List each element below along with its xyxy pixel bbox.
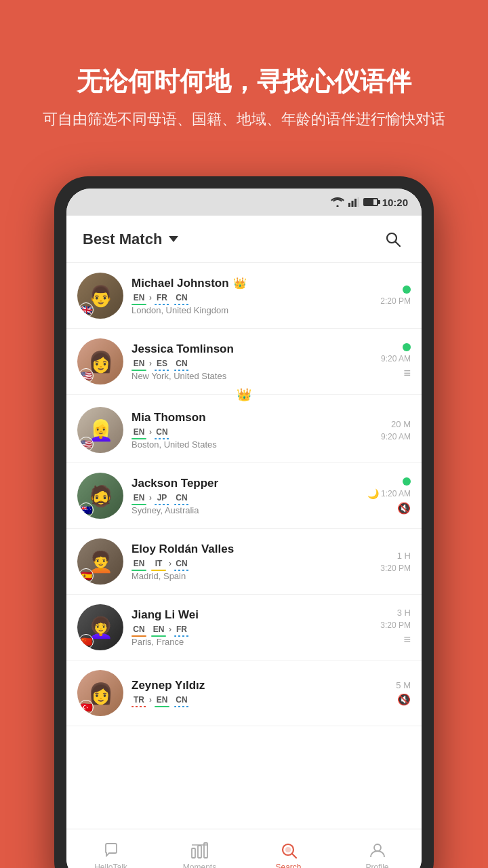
profile-icon (368, 841, 387, 860)
menu-icon: ≡ (403, 366, 411, 380)
mute-icon: 🔇 (397, 502, 411, 515)
moments-icon (190, 841, 209, 860)
user-info: Jiang Li Wei CN EN › FR Paris, France (123, 608, 380, 647)
svg-rect-3 (357, 197, 359, 207)
user-location: New York, United States (131, 371, 373, 381)
list-item[interactable]: 🧑‍🦱 🇪🇸 Eloy Roldán Valles EN IT › CN Mad… (66, 529, 422, 595)
time-ago: 3 H (397, 608, 411, 618)
user-location: Boston, United States (131, 439, 373, 450)
svg-rect-6 (192, 848, 195, 858)
flag-badge: 🇹🇷 (79, 700, 94, 715)
hellotalk-icon (102, 841, 121, 860)
moon-icon: 🌙 (367, 488, 379, 499)
search-nav-icon (279, 841, 298, 860)
user-info: Jackson Tepper EN › JP CN Sydney, Austra… (123, 477, 367, 515)
bottom-nav: HelloTalk Moments (66, 829, 422, 868)
message-time: 2:20 PM (380, 296, 411, 306)
flag-badge: 🇪🇸 (79, 568, 94, 583)
header-title-group[interactable]: Best Match (83, 231, 178, 248)
user-list: 👨 🇬🇧 Michael Johnston 👑 EN › FR CN Londo… (66, 263, 422, 829)
user-location: Sydney, Australia (131, 505, 359, 515)
avatar: 👩‍🦱 🇨🇳 (77, 604, 123, 650)
user-meta: 2:20 PM (380, 285, 411, 306)
online-indicator (403, 285, 411, 294)
svg-rect-0 (348, 203, 350, 207)
dropdown-arrow-icon (169, 236, 178, 242)
nav-label-search: Search (275, 863, 301, 869)
online-indicator (403, 343, 411, 351)
message-time: 3:20 PM (380, 564, 411, 573)
user-info: Zeynep Yıldız TR › EN CN (123, 679, 396, 707)
svg-point-12 (285, 847, 291, 852)
user-location: Paris, France (131, 637, 372, 647)
user-name: Jiang Li Wei (131, 608, 199, 622)
user-location: Madrid, Spain (131, 571, 372, 581)
phone-frame: 10:20 Best Match 👨 🇬🇧 (54, 176, 434, 868)
battery-icon (363, 198, 378, 206)
mute-icon: 🔇 (397, 693, 411, 706)
user-name: Eloy Roldán Valles (131, 542, 234, 556)
banner-title: 无论何时何地，寻找心仪语伴 (77, 66, 411, 98)
nav-label-moments: Moments (183, 863, 216, 869)
user-info: Jessica Tomlinson EN › ES CN New York, U… (123, 342, 381, 381)
user-name: Zeynep Yıldız (131, 679, 205, 692)
nav-item-hellotalk[interactable]: HelloTalk (66, 841, 155, 869)
message-time: 9:20 AM (381, 354, 411, 363)
nav-label-hellotalk: HelloTalk (94, 863, 127, 869)
svg-point-13 (374, 844, 381, 851)
avatar: 👩 🇺🇸 (77, 338, 123, 384)
user-info: Eloy Roldán Valles EN IT › CN Madrid, Sp… (123, 542, 380, 581)
user-name: Jackson Tepper (131, 477, 218, 490)
wifi-icon (331, 197, 344, 207)
crown-icon: 👑 (233, 277, 247, 290)
svg-line-11 (292, 854, 296, 858)
user-meta: 🌙 1:20 AM 🔇 (367, 477, 411, 515)
status-time: 10:20 (382, 197, 408, 208)
list-item[interactable]: 🧔 🇦🇺 Jackson Tepper EN › JP CN Sydney, A… (66, 463, 422, 529)
menu-icon: ≡ (403, 633, 411, 647)
banner-subtitle: 可自由筛选不同母语、国籍、地域、年龄的语伴进行愉快对话 (43, 108, 445, 130)
nav-item-search[interactable]: Search (244, 841, 333, 869)
svg-line-5 (396, 241, 401, 246)
user-meta: 9:20 AM ≡ (381, 343, 411, 380)
flag-badge: 🇺🇸 (79, 368, 94, 383)
flag-badge: 🇦🇺 (79, 502, 94, 517)
list-item[interactable]: 👩‍🦱 🇨🇳 Jiang Li Wei CN EN › FR Paris, Fr… (66, 595, 422, 660)
time-ago: 1 H (397, 551, 411, 561)
search-icon (384, 231, 402, 248)
header-title: Best Match (83, 231, 162, 248)
time-ago: 5 M (396, 680, 411, 690)
flag-badge: 🇬🇧 (79, 302, 94, 317)
list-item[interactable]: 👩 🇺🇸 Jessica Tomlinson EN › ES CN New Yo… (66, 329, 422, 395)
flag-badge: 🇨🇳 (79, 634, 94, 649)
app-header: Best Match (66, 216, 422, 263)
crown-divider-icon: 👑 (237, 387, 251, 402)
time-ago: 20 M (391, 419, 411, 429)
user-info: Michael Johnston 👑 EN › FR CN London, Un… (123, 277, 380, 315)
top-banner: 无论何时何地，寻找心仪语伴 可自由筛选不同母语、国籍、地域、年龄的语伴进行愉快对… (0, 0, 488, 197)
nav-item-profile[interactable]: Profile (333, 841, 422, 869)
user-meta: 3 H 3:20 PM ≡ (380, 608, 411, 647)
nav-label-profile: Profile (365, 863, 388, 869)
avatar: 👩 🇹🇷 (77, 670, 123, 716)
list-item[interactable]: 👨 🇬🇧 Michael Johnston 👑 EN › FR CN Londo… (66, 263, 422, 329)
message-time: 9:20 AM (381, 432, 411, 441)
avatar: 🧔 🇦🇺 (77, 473, 123, 519)
message-time: 1:20 AM (381, 489, 411, 498)
online-indicator (403, 477, 411, 486)
avatar: 👱‍♀️ 🇺🇸 (77, 407, 123, 453)
flag-badge: 🇺🇸 (79, 437, 94, 452)
user-name: Mia Thomson (131, 411, 206, 425)
message-time: 3:20 PM (380, 620, 411, 630)
search-button[interactable] (381, 227, 405, 252)
user-name: Michael Johnston (131, 277, 229, 290)
user-info: Mia Thomson EN › CN Boston, United State… (123, 411, 381, 450)
list-item[interactable]: 👱‍♀️ 🇺🇸 Mia Thomson EN › CN Boston, Unit… (66, 397, 422, 463)
svg-rect-7 (198, 846, 201, 858)
svg-rect-1 (351, 201, 353, 207)
nav-item-moments[interactable]: Moments (155, 841, 244, 869)
user-location: London, United Kingdom (131, 305, 372, 315)
list-item[interactable]: 👩 🇹🇷 Zeynep Yıldız TR › EN CN 5 M (66, 660, 422, 726)
avatar: 👨 🇬🇧 (77, 273, 123, 319)
avatar: 🧑‍🦱 🇪🇸 (77, 538, 123, 585)
